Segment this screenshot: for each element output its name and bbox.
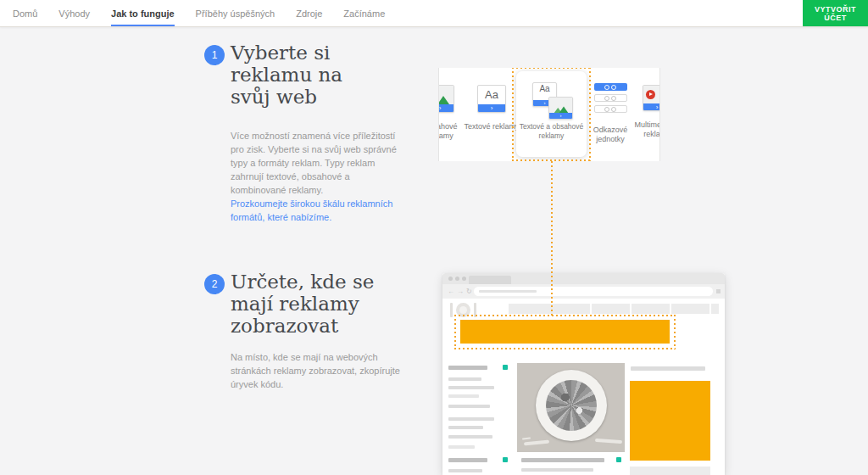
rich-media-ad-icon: › xyxy=(643,85,660,111)
decor xyxy=(454,315,676,316)
top-nav: Domů Výhody Jak to funguje Příběhy úspěš… xyxy=(0,0,868,27)
decor: mají reklamy xyxy=(231,293,374,315)
decor xyxy=(649,92,653,96)
decor: Na místo, kde se mají na webových stránk… xyxy=(231,352,400,389)
nav-item-pribehy-uspesnych[interactable]: Příběhy úspěšných xyxy=(196,0,275,26)
nav-item-domu[interactable]: Domů xyxy=(13,0,37,26)
decor xyxy=(595,439,622,444)
decor xyxy=(546,380,597,431)
image-mountains-icon xyxy=(659,99,660,103)
decor xyxy=(521,458,604,462)
text-ad-icon: Aa › xyxy=(477,85,506,113)
decor xyxy=(448,458,487,462)
nav-tabs: Domů Výhody Jak to funguje Příběhy úspěš… xyxy=(0,0,385,26)
decor xyxy=(604,85,609,90)
decor: › xyxy=(643,103,660,110)
decor xyxy=(522,437,531,439)
decor xyxy=(448,377,481,381)
decor: › xyxy=(544,100,546,106)
decor xyxy=(524,439,549,445)
decor xyxy=(448,405,490,408)
decor xyxy=(455,277,459,281)
decor xyxy=(604,107,609,112)
decor: reklamy xyxy=(516,131,587,141)
decor xyxy=(479,290,537,293)
nav-item-zaciname[interactable]: Začínáme xyxy=(343,0,385,26)
decor: reklamu na xyxy=(231,64,342,86)
decor xyxy=(462,277,466,281)
step-2-badge: 2 xyxy=(204,274,225,294)
link-pill-icon xyxy=(594,105,627,113)
decor xyxy=(611,107,616,112)
decor: › xyxy=(491,104,493,112)
decor: svůj web xyxy=(231,86,342,108)
decor: › xyxy=(560,113,562,119)
window-controls xyxy=(448,277,466,281)
card-text-display-ads-selected: Aa › › Textové a obsahové reklamy xyxy=(516,71,587,157)
link-pill-icon xyxy=(594,83,627,91)
decor xyxy=(448,366,487,370)
link-units-icon xyxy=(594,83,627,116)
nav-item-jak-to-funguje[interactable]: Jak to funguje xyxy=(111,0,175,26)
card-rich-media-ads: › Multimediální reklamy xyxy=(626,85,660,139)
decor: Aa xyxy=(478,86,505,104)
decor xyxy=(611,85,616,90)
leaderboard-ad xyxy=(460,320,670,344)
decor xyxy=(448,469,482,472)
decor: Multimediální xyxy=(631,120,660,130)
dotted-border-top xyxy=(512,68,591,69)
decor xyxy=(450,303,453,317)
decor xyxy=(454,348,676,349)
decor xyxy=(592,304,630,314)
step-1-title: Vyberte si reklamu na svůj web xyxy=(231,42,342,108)
decor xyxy=(671,304,709,314)
browser-titlebar xyxy=(442,273,725,284)
ad-marker-icon xyxy=(616,457,621,462)
decor: › xyxy=(549,113,572,119)
decor: Určete, kde se xyxy=(231,271,374,293)
ad-marker-icon xyxy=(503,457,508,462)
decor xyxy=(549,98,572,113)
nav-item-vyhody[interactable]: Výhody xyxy=(58,0,90,26)
decor: › xyxy=(438,104,453,112)
step-1-description: Více možností znamená více příležitostí … xyxy=(231,129,403,224)
decor xyxy=(448,386,494,389)
decor xyxy=(604,96,609,101)
image-mountains-icon xyxy=(438,96,450,104)
decor: › xyxy=(656,103,659,111)
adsense-how-it-works-page: Domů Výhody Jak to funguje Příběhy úspěš… xyxy=(0,0,868,475)
decor xyxy=(454,315,456,349)
decor: reklamy xyxy=(438,131,465,141)
dotted-border-right xyxy=(589,68,591,161)
decor xyxy=(448,417,494,421)
decor xyxy=(674,315,676,349)
ad-marker-icon xyxy=(503,365,508,370)
link-pill-icon xyxy=(594,94,627,102)
article-image xyxy=(517,363,625,452)
step-2-description: Na místo, kde se mají na webových stránk… xyxy=(231,350,403,391)
dotted-border-left xyxy=(512,68,514,161)
browser-tab xyxy=(469,276,511,284)
decor xyxy=(448,277,453,281)
image-mountains-icon xyxy=(554,107,569,114)
back-icon: ← xyxy=(448,287,454,296)
browser-toolbar: ← → ↻ ⌂ xyxy=(442,284,725,299)
site-menu-placeholder xyxy=(509,304,719,314)
display-ad-mini-icon: › xyxy=(548,97,573,120)
nav-item-zdroje[interactable]: Zdroje xyxy=(296,0,322,26)
decor: reklamy xyxy=(631,130,660,139)
decor xyxy=(459,306,467,314)
refresh-icon: ↻ xyxy=(466,287,472,296)
decor: › xyxy=(478,104,505,112)
decor xyxy=(711,304,719,314)
decor xyxy=(632,304,670,314)
create-account-button[interactable]: VYTVOŘIT ÚČET xyxy=(803,0,868,26)
ad-formats-link[interactable]: Prozkoumejte širokou škálu reklamních fo… xyxy=(231,197,403,224)
decor xyxy=(631,366,705,371)
step-2-title: Určete, kde se mají reklamy zobrazovat xyxy=(231,271,374,337)
decor: Vyberte si xyxy=(231,42,342,64)
ad-formats-panel: › Obsahové reklamy Aa › Textové reklamy xyxy=(438,68,660,161)
decor xyxy=(611,96,616,101)
decor: Textové a obsahové xyxy=(516,122,587,131)
decor xyxy=(438,86,453,104)
